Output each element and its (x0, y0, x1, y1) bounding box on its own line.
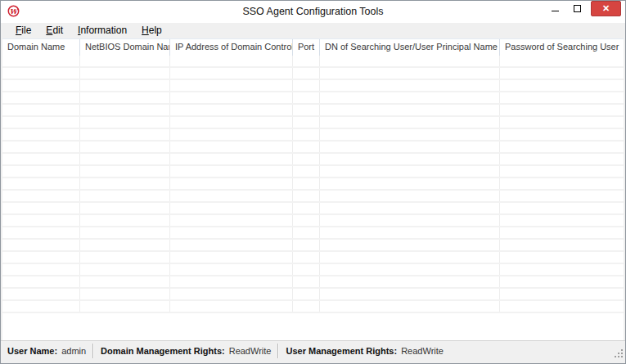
table-cell (2, 178, 80, 189)
table-cell (2, 215, 80, 226)
table-cell (320, 92, 500, 103)
table-row[interactable] (2, 129, 624, 142)
table-cell (2, 264, 80, 275)
table-cell (293, 227, 320, 238)
maximize-button[interactable] (566, 1, 588, 16)
table-cell (293, 203, 320, 213)
table-row[interactable] (2, 166, 624, 178)
table-cell (500, 215, 624, 226)
table-cell (80, 117, 170, 128)
table-row[interactable] (2, 215, 624, 227)
table-cell (80, 154, 170, 164)
table-cell (500, 203, 624, 213)
table-cell (293, 154, 320, 164)
table-cell (293, 129, 320, 140)
minimize-button[interactable] (543, 1, 566, 16)
table-row[interactable] (2, 154, 624, 166)
table-cell (170, 301, 293, 312)
table-row[interactable] (2, 80, 624, 92)
table-row[interactable] (2, 276, 624, 289)
table-cell (80, 276, 170, 287)
table-cell (500, 191, 624, 201)
window-frame-bottom (1, 360, 625, 363)
status-user-rights: User Management Rights: ReadWrite (279, 346, 449, 356)
table-row[interactable] (2, 264, 624, 276)
table-cell (170, 154, 293, 164)
column-header-netbios-domain-name[interactable]: NetBIOS Domain Name (80, 39, 170, 56)
table-row[interactable] (2, 92, 624, 105)
table-cell (320, 301, 500, 312)
table-cell (80, 142, 170, 152)
table-row[interactable] (2, 105, 624, 117)
status-domain-rights: Domain Management Rights: ReadWrite (94, 346, 277, 356)
table-row[interactable] (2, 178, 624, 191)
menu-edit[interactable]: Edit (38, 24, 70, 38)
table-cell (500, 252, 624, 263)
table-cell (170, 203, 293, 213)
column-header-password[interactable]: Password of Searching User (500, 39, 624, 56)
table-cell (2, 203, 80, 213)
table-cell (80, 191, 170, 201)
table-row[interactable] (2, 252, 624, 264)
table-cell (2, 227, 80, 238)
close-icon: ✕ (602, 2, 610, 16)
table-cell (2, 56, 80, 66)
table-cell (293, 276, 320, 287)
titlebar[interactable]: W SSO Agent Configuration Tools ✕ (1, 1, 625, 23)
table-cell (320, 129, 500, 140)
column-header-domain-name[interactable]: Domain Name (2, 39, 80, 56)
table-row[interactable] (2, 227, 624, 240)
table-cell (500, 276, 624, 287)
table-row[interactable] (2, 240, 624, 252)
table-cell (80, 178, 170, 189)
table-cell (293, 68, 320, 79)
table-cell (500, 68, 624, 79)
table-row[interactable] (2, 56, 624, 68)
table-cell (80, 166, 170, 177)
table-row[interactable] (2, 117, 624, 129)
table-cell (320, 105, 500, 115)
table-row[interactable] (2, 142, 624, 154)
menu-help[interactable]: Help (134, 24, 169, 38)
table-cell (293, 117, 320, 128)
table-cell (2, 166, 80, 177)
table-cell (500, 289, 624, 299)
table-row[interactable] (2, 191, 624, 203)
table-cell (170, 264, 293, 275)
table-row[interactable] (2, 203, 624, 215)
menu-file[interactable]: File (8, 24, 38, 38)
table-body (2, 56, 624, 340)
table-cell (320, 276, 500, 287)
table-cell (2, 240, 80, 250)
table-cell (2, 191, 80, 201)
table-row[interactable] (2, 301, 624, 313)
table-cell (80, 240, 170, 250)
table-cell (170, 105, 293, 115)
column-header-ip-address[interactable]: IP Address of Domain Controller (170, 39, 293, 56)
status-user-rights-value: ReadWrite (401, 346, 444, 356)
table-cell (500, 142, 624, 152)
column-header-port[interactable]: Port (293, 39, 320, 56)
table-cell (170, 129, 293, 140)
table-cell (80, 129, 170, 140)
table-cell (293, 142, 320, 152)
menu-information[interactable]: Information (70, 24, 134, 38)
window-controls: ✕ (543, 1, 621, 17)
table-row[interactable] (2, 289, 624, 301)
close-button[interactable]: ✕ (591, 1, 621, 16)
table-cell (170, 117, 293, 128)
table-cell (80, 105, 170, 115)
table-cell (2, 117, 80, 128)
column-header-dn-upn[interactable]: DN of Searching User/User Principal Name… (320, 39, 500, 56)
table-cell (293, 105, 320, 115)
table-cell (2, 301, 80, 312)
resize-grip[interactable] (615, 349, 623, 357)
table-row[interactable] (2, 68, 624, 80)
table-cell (170, 191, 293, 201)
status-user-name: User Name: admin (1, 346, 92, 356)
table-cell (320, 117, 500, 128)
table-cell (320, 80, 500, 91)
table-cell (500, 240, 624, 250)
table-cell (320, 227, 500, 238)
table-cell (293, 56, 320, 66)
